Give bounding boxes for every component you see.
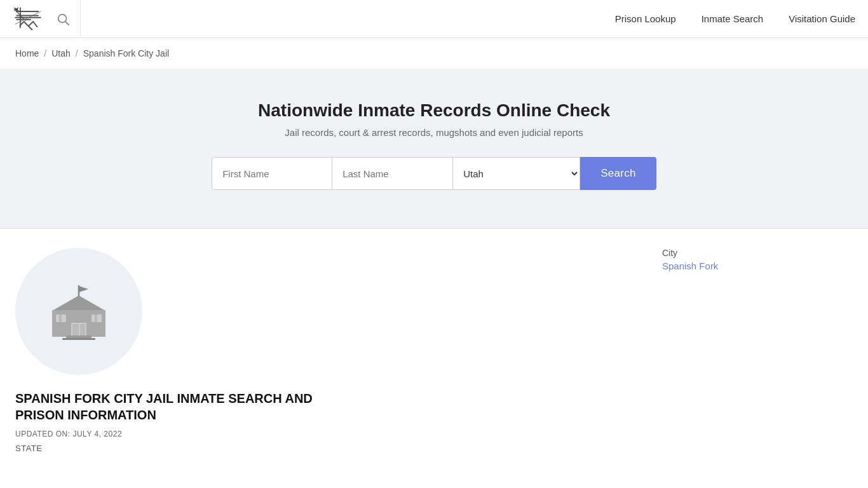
jail-title: SPANISH FORK CITY JAIL INMATE SEARCH AND… bbox=[15, 390, 365, 423]
hero-subtitle: Jail records, court & arrest records, mu… bbox=[13, 127, 855, 138]
content-section: SPANISH FORK CITY JAIL INMATE SEARCH AND… bbox=[0, 229, 868, 472]
state-label: State bbox=[15, 444, 637, 453]
nav-visitation-guide[interactable]: Visitation Guide bbox=[789, 13, 855, 24]
breadcrumb-sep-1: / bbox=[44, 48, 46, 58]
city-value: Spanish Fork bbox=[662, 261, 853, 271]
updated-label: UPDATED ON: JULY 4, 2022 bbox=[15, 430, 637, 438]
site-header: Prison Lookup Inmate Search Visitation G… bbox=[0, 0, 868, 38]
search-icon[interactable] bbox=[56, 12, 70, 26]
breadcrumb-utah[interactable]: Utah bbox=[51, 48, 71, 58]
jail-icon-wrapper bbox=[15, 248, 142, 375]
site-logo bbox=[13, 6, 43, 32]
breadcrumb-sep-2: / bbox=[76, 48, 78, 58]
svg-rect-18 bbox=[66, 336, 92, 338]
last-name-input[interactable] bbox=[332, 157, 453, 190]
breadcrumb-home[interactable]: Home bbox=[15, 48, 39, 58]
hero-section: Nationwide Inmate Records Online Check J… bbox=[0, 69, 868, 228]
content-left: SPANISH FORK CITY JAIL INMATE SEARCH AND… bbox=[15, 248, 637, 453]
search-form: Utah Alabama Alaska Arizona Arkansas Cal… bbox=[186, 157, 682, 190]
logo-area bbox=[13, 0, 81, 37]
svg-rect-14 bbox=[72, 324, 79, 336]
svg-rect-15 bbox=[80, 324, 85, 336]
breadcrumb-jail[interactable]: Spanish Fork City Jail bbox=[83, 48, 169, 58]
state-select[interactable]: Utah Alabama Alaska Arizona Arkansas Cal… bbox=[453, 157, 580, 190]
content-right: City Spanish Fork bbox=[637, 248, 853, 453]
main-nav: Prison Lookup Inmate Search Visitation G… bbox=[615, 13, 855, 24]
jail-building-icon bbox=[41, 280, 117, 343]
nav-inmate-search[interactable]: Inmate Search bbox=[702, 13, 764, 24]
hero-title: Nationwide Inmate Records Online Check bbox=[13, 100, 855, 121]
breadcrumb: Home / Utah / Spanish Fork City Jail bbox=[0, 38, 868, 69]
svg-line-8 bbox=[65, 22, 69, 25]
svg-marker-10 bbox=[79, 286, 88, 292]
nav-prison-lookup[interactable]: Prison Lookup bbox=[615, 13, 676, 24]
svg-rect-19 bbox=[62, 338, 95, 340]
first-name-input[interactable] bbox=[212, 157, 332, 190]
city-label: City bbox=[662, 248, 853, 258]
search-button[interactable]: Search bbox=[580, 157, 656, 190]
svg-marker-11 bbox=[53, 295, 104, 310]
